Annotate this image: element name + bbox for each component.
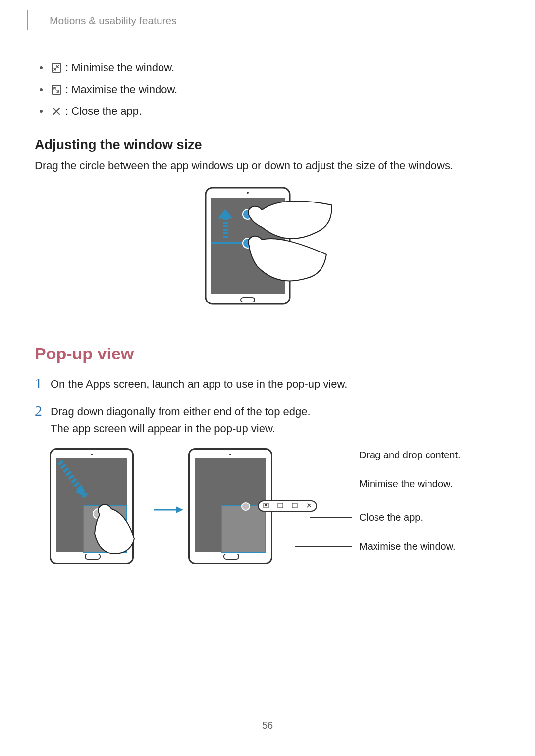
popup-window-outline [221, 505, 266, 553]
step-item: 1 On the Apps screen, launch an app to u… [35, 376, 500, 393]
tablet-left [50, 448, 134, 564]
step-text: On the Apps screen, launch an app to use… [51, 376, 347, 393]
callout-drag: Drag and drop content. [359, 450, 461, 461]
step-number: 1 [35, 376, 51, 393]
steps-list: 1 On the Apps screen, launch an app to u… [35, 376, 500, 437]
leader-line [295, 546, 352, 547]
leader-line [310, 511, 310, 518]
step-line: Drag down diagonally from either end of … [51, 405, 311, 418]
page-number: 56 [0, 720, 535, 731]
list-item-text: : Minimise the window. [65, 57, 174, 79]
list-item: : Close the app. [35, 101, 500, 122]
arrow-right-icon [151, 503, 186, 517]
list-item: : Minimise the window. [35, 57, 500, 79]
subheading-adjust: Adjusting the window size [35, 137, 500, 152]
callout-max: Maximise the window. [359, 541, 456, 552]
figure-popup-sequence: Drag and drop content. Minimise the wind… [35, 448, 500, 587]
step-item: 2 Drag down diagonally from either end o… [35, 403, 500, 437]
step-line: The app screen will appear in the pop-up… [51, 422, 275, 435]
icon-explain-list: : Minimise the window. : Maximise the wi… [35, 57, 500, 122]
leader-line [281, 484, 352, 484]
toolbar-minimise-icon [277, 503, 283, 509]
callout-close: Close the app. [359, 512, 423, 523]
toolbar-drag-icon [263, 503, 269, 509]
svg-marker-13 [176, 506, 183, 513]
bullet-icon [40, 110, 43, 113]
figure-split-resize [35, 184, 500, 314]
minimise-icon [52, 63, 61, 73]
leader-line [268, 455, 352, 455]
section-heading-popup: Pop-up view [35, 344, 500, 363]
popup-toolbar [258, 500, 317, 512]
list-item: : Maximise the window. [35, 79, 500, 101]
leader-line [268, 455, 268, 500]
leader-line [281, 484, 281, 500]
content: : Minimise the window. : Maximise the wi… [35, 0, 500, 587]
leader-line [310, 517, 352, 518]
screen [195, 458, 266, 552]
page: Motions & usability features : Minimise … [0, 0, 535, 756]
toolbar-maximise-icon [292, 503, 298, 509]
svg-rect-15 [265, 504, 267, 506]
home-button-icon [223, 554, 239, 560]
header-rule [27, 10, 28, 30]
camera-dot-icon [229, 454, 231, 455]
maximise-icon [52, 85, 61, 95]
callout-min: Minimise the window. [359, 478, 453, 490]
running-head: Motions & usability features [50, 15, 177, 27]
paragraph-adjust: Drag the circle between the app windows … [35, 158, 500, 174]
bullet-icon [40, 88, 43, 91]
list-item-text: : Maximise the window. [65, 79, 177, 101]
bullet-icon [40, 66, 43, 69]
close-icon [52, 106, 61, 116]
leader-line [295, 511, 295, 547]
step-text: Drag down diagonally from either end of … [51, 403, 311, 437]
list-item-text: : Close the app. [65, 101, 142, 122]
step-number: 2 [35, 403, 51, 437]
toolbar-close-icon [306, 503, 312, 509]
popup-handle-icon [241, 502, 250, 511]
drag-diagonal-icon [51, 450, 150, 571]
svg-point-1 [247, 192, 249, 194]
